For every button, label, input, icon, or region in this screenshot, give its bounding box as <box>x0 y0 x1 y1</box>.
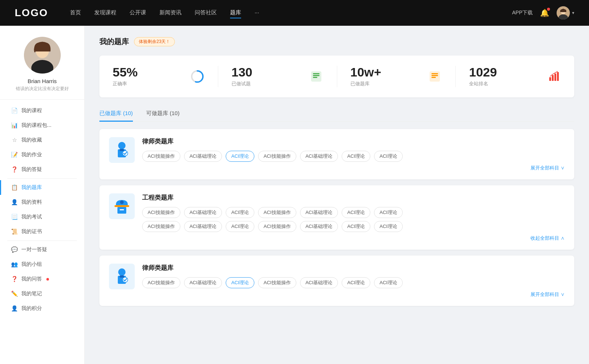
nav-item-发现课程[interactable]: 发现课程 <box>94 8 116 18</box>
sidebar-icon-0: 📄 <box>11 107 18 114</box>
tag-1-0[interactable]: ACI技能操作 <box>142 207 180 218</box>
stat-value-0: 55% <box>113 66 185 78</box>
tag-1-r2-3[interactable]: ACI技能操作 <box>258 221 296 232</box>
sidebar-label-0: 我的课程 <box>21 107 42 114</box>
tag-1-r2-5[interactable]: ACI理论 <box>342 221 370 232</box>
sidebar-icon-7: 📃 <box>11 214 18 220</box>
sidebar-item-我的课程[interactable]: 📄我的课程 <box>0 103 84 118</box>
sidebar-item-我的证书[interactable]: 📜我的证书 <box>0 224 84 239</box>
expand-link-0[interactable]: 展开全部科目 ∨ <box>142 165 565 171</box>
tag-2-1[interactable]: ACI基础理论 <box>184 277 222 288</box>
tag-2-4[interactable]: ACI基础理论 <box>300 277 338 288</box>
sidebar-item-我的题库[interactable]: 📋我的题库 <box>0 180 84 195</box>
sidebar-label-1: 我的课程包... <box>21 122 52 129</box>
tag-1-r2-6[interactable]: ACI理论 <box>374 221 403 232</box>
category-icon-1 <box>109 193 135 219</box>
category-name-2: 律师类题库 <box>142 264 565 272</box>
stat-label-1: 已做试题 <box>232 81 304 87</box>
tag-0-5[interactable]: ACI理论 <box>342 151 370 162</box>
sidebar-icon-6: 👤 <box>11 199 18 206</box>
tag-1-2[interactable]: ACI理论 <box>226 207 254 218</box>
stat-label-0: 正确率 <box>113 81 185 87</box>
sidebar-label-11: 我的问答 <box>21 276 42 282</box>
sidebar-item-我的作业[interactable]: 📝我的作业 <box>0 147 84 162</box>
svg-rect-19 <box>557 72 559 81</box>
sidebar-item-我的资料[interactable]: 👤我的资料 <box>0 195 84 210</box>
nav-item-···[interactable]: ··· <box>254 8 259 18</box>
tag-0-1[interactable]: ACI基础理论 <box>184 151 222 162</box>
nav-item-题库[interactable]: 题库 <box>230 8 241 18</box>
tag-2-3[interactable]: ACI技能操作 <box>258 277 296 288</box>
tags-row-0: ACI技能操作ACI基础理论ACI理论ACI技能操作ACI基础理论ACI理论AC… <box>142 277 565 288</box>
tag-1-5[interactable]: ACI理论 <box>342 207 370 218</box>
sidebar-item-我的笔记[interactable]: ✏️我的笔记 <box>0 286 84 301</box>
notification-bell[interactable]: 🔔 <box>540 8 549 17</box>
header: LOGO 首页发现课程公开课新闻资讯问答社区题库··· APP下载 🔔 ▾ <box>0 0 589 26</box>
sidebar-icon-9: 💬 <box>11 246 18 253</box>
sidebar-label-12: 我的笔记 <box>21 290 42 297</box>
header-right: APP下载 🔔 ▾ <box>512 6 574 19</box>
sidebar-icon-5: 📋 <box>11 184 18 191</box>
tag-2-0[interactable]: ACI技能操作 <box>142 277 180 288</box>
tag-2-6[interactable]: ACI理论 <box>374 277 403 288</box>
tag-1-r2-2[interactable]: ACI理论 <box>226 221 254 232</box>
category-body-2: 律师类题库 ACI技能操作ACI基础理论ACI理论ACI技能操作ACI基础理论A… <box>142 264 565 298</box>
category-icon-2 <box>109 264 135 289</box>
tag-2-5[interactable]: ACI理论 <box>342 277 370 288</box>
tag-1-6[interactable]: ACI理论 <box>374 207 403 218</box>
stats-bar: 55% 正确率 130 已做试题 10w+ 已做题库 1029 全站排名 <box>99 56 574 97</box>
stat-text-2: 10w+ 已做题库 <box>350 66 423 87</box>
category-body-0: 律师类题库 ACI技能操作ACI基础理论ACI理论ACI技能操作ACI基础理论A… <box>142 137 565 171</box>
tag-1-r2-0[interactable]: ACI技能操作 <box>142 221 180 232</box>
tag-2-2[interactable]: ACI理论 <box>226 277 254 288</box>
tag-1-r2-4[interactable]: ACI基础理论 <box>300 221 338 232</box>
sidebar-label-10: 我的小组 <box>21 261 42 268</box>
sidebar-item-一对一答疑[interactable]: 💬一对一答疑 <box>0 242 84 257</box>
tag-0-4[interactable]: ACI基础理论 <box>300 151 338 162</box>
svg-point-28 <box>118 268 126 276</box>
sidebar-item-我的收藏[interactable]: ☆我的收藏 <box>0 133 84 147</box>
category-icon-0 <box>109 137 135 163</box>
sidebar-icon-10: 👥 <box>11 261 18 268</box>
tags-row-1: ACI技能操作ACI基础理论ACI理论ACI技能操作ACI基础理论ACI理论AC… <box>142 221 565 232</box>
nav-item-问答社区[interactable]: 问答社区 <box>195 8 217 18</box>
svg-rect-17 <box>552 75 554 81</box>
user-avatar-wrapper[interactable]: ▾ <box>557 6 574 19</box>
category-card-1: 工程类题库 ACI技能操作ACI基础理论ACI理论ACI技能操作ACI基础理论A… <box>99 185 574 250</box>
nav-item-公开课[interactable]: 公开课 <box>130 8 146 18</box>
nav-item-新闻资讯[interactable]: 新闻资讯 <box>159 8 181 18</box>
tag-0-0[interactable]: ACI技能操作 <box>142 151 180 162</box>
nav-item-首页[interactable]: 首页 <box>70 8 81 18</box>
svg-rect-18 <box>554 74 556 81</box>
sidebar-item-我的答疑[interactable]: ❓我的答疑 <box>0 162 84 177</box>
sidebar-item-我的课程包...[interactable]: 📊我的课程包... <box>0 118 84 133</box>
tag-0-2[interactable]: ACI理论 <box>226 151 254 162</box>
sidebar-item-我的考试[interactable]: 📃我的考试 <box>0 210 84 224</box>
tag-1-3[interactable]: ACI技能操作 <box>258 207 296 218</box>
svg-rect-10 <box>313 75 320 76</box>
chevron-down-icon: ▾ <box>572 10 574 15</box>
sidebar-item-我的小组[interactable]: 👥我的小组 <box>0 257 84 272</box>
tab-0[interactable]: 已做题库 (10) <box>99 106 133 122</box>
svg-rect-13 <box>431 73 438 74</box>
svg-rect-16 <box>549 77 551 81</box>
category-name-1: 工程类题库 <box>142 193 565 202</box>
svg-rect-8 <box>311 71 321 82</box>
tag-0-6[interactable]: ACI理论 <box>374 151 403 162</box>
stat-icon-3 <box>546 69 561 84</box>
tag-0-3[interactable]: ACI技能操作 <box>258 151 296 162</box>
expand-link-2[interactable]: 展开全部科目 ∨ <box>142 291 565 298</box>
tag-1-r2-1[interactable]: ACI基础理论 <box>184 221 222 232</box>
stat-label-2: 已做题库 <box>350 81 423 87</box>
expand-link-1[interactable]: 收起全部科目 ∧ <box>142 235 565 242</box>
sidebar-item-我的问答[interactable]: ❓我的问答 <box>0 272 84 286</box>
stat-icon-0 <box>190 69 205 84</box>
tag-1-4[interactable]: ACI基础理论 <box>300 207 338 218</box>
app-download[interactable]: APP下载 <box>512 10 533 16</box>
svg-rect-9 <box>313 73 320 74</box>
tag-1-1[interactable]: ACI基础理论 <box>184 207 222 218</box>
main-content: 我的题库 体验剩余23天！ 55% 正确率 130 已做试题 10w+ 已做题库 <box>85 26 589 364</box>
sidebar-item-我的积分[interactable]: 👤我的积分 <box>0 301 84 316</box>
logo[interactable]: LOGO <box>15 7 48 19</box>
tab-1[interactable]: 可做题库 (10) <box>146 106 180 122</box>
